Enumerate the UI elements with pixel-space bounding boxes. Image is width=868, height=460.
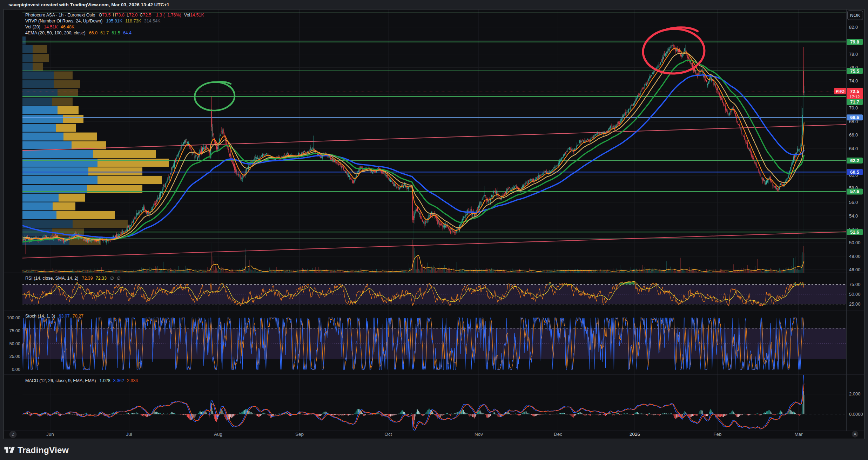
svg-text:50.00: 50.00	[849, 292, 861, 297]
svg-text:74.0: 74.0	[849, 78, 858, 84]
svg-text:51.6: 51.6	[850, 229, 859, 235]
svg-text:Z: Z	[12, 432, 14, 436]
svg-text:savepiginvest created with Tra: savepiginvest created with TradingView.c…	[8, 2, 169, 7]
svg-text:A: A	[854, 432, 856, 437]
svg-text:Vol (20)14.51K46.48K: Vol (20)14.51K46.48K	[25, 25, 75, 29]
svg-text:17:12: 17:12	[850, 95, 860, 99]
svg-text:Feb: Feb	[713, 432, 721, 437]
svg-text:Photocure ASA · 1h · Euronext: Photocure ASA · 1h · Euronext OsloO73.5H…	[25, 13, 204, 18]
svg-text:66.0: 66.0	[849, 132, 858, 138]
svg-text:78.0: 78.0	[849, 52, 858, 57]
svg-text:2.000: 2.000	[849, 391, 861, 396]
svg-text:75.00: 75.00	[9, 328, 20, 333]
svg-text:72.5: 72.5	[850, 89, 860, 94]
svg-text:Dec: Dec	[554, 432, 562, 437]
svg-text:Oct: Oct	[384, 432, 392, 437]
svg-text:NOK: NOK	[850, 13, 860, 18]
svg-text:60.5: 60.5	[850, 169, 859, 175]
svg-text:Mar: Mar	[794, 432, 803, 437]
svg-text:TradingView: TradingView	[18, 445, 69, 455]
svg-text:54.0: 54.0	[849, 213, 858, 219]
svg-text:79.8: 79.8	[850, 39, 859, 45]
svg-text:Nov: Nov	[475, 432, 483, 437]
svg-text:VRVP (Number Of Rows, 24, Up/D: VRVP (Number Of Rows, 24, Up/Down)195.81…	[25, 19, 161, 24]
svg-text:82.0: 82.0	[849, 25, 858, 30]
svg-text:62.2: 62.2	[850, 158, 859, 163]
svg-text:MACD (12, 26, close, 9, EMA, E: MACD (12, 26, close, 9, EMA, EMA)1.0283.…	[25, 378, 138, 383]
svg-text:Stoch (14, 1, 3)63.0770.27: Stoch (14, 1, 3)63.0770.27	[25, 314, 83, 319]
svg-text:71.7: 71.7	[850, 99, 859, 105]
svg-text:50.00: 50.00	[9, 341, 20, 346]
svg-text:57.6: 57.6	[850, 189, 859, 194]
svg-text:Aug: Aug	[214, 432, 222, 437]
svg-text:64.0: 64.0	[849, 146, 858, 151]
svg-text:2026: 2026	[630, 432, 640, 437]
svg-text:56.0: 56.0	[849, 200, 858, 205]
svg-text:Jun: Jun	[46, 432, 54, 437]
svg-text:0.00: 0.00	[12, 367, 20, 372]
svg-text:50.00: 50.00	[849, 240, 861, 245]
svg-text:0.0000: 0.0000	[849, 412, 863, 417]
svg-text:25.00: 25.00	[849, 301, 861, 307]
svg-text:48.00: 48.00	[849, 254, 861, 259]
svg-text:PHO: PHO	[836, 89, 845, 93]
svg-text:100.00: 100.00	[7, 315, 20, 320]
svg-text:4EMA (20, 50, 100, 200, close): 4EMA (20, 50, 100, 200, close)66.061.761…	[25, 31, 132, 35]
svg-text:75.00: 75.00	[849, 282, 861, 287]
svg-text:68.6: 68.6	[850, 115, 859, 120]
svg-text:Sep: Sep	[295, 432, 304, 437]
svg-text:75.5: 75.5	[850, 68, 859, 74]
svg-text:Jul: Jul	[126, 432, 132, 437]
svg-text:25.00: 25.00	[9, 354, 20, 359]
svg-text:46.00: 46.00	[849, 267, 861, 272]
svg-text:RSI (14, close, SMA, 14, 2)72.: RSI (14, close, SMA, 14, 2)72.3972.33∅∅	[25, 276, 121, 281]
svg-text:70.0: 70.0	[849, 105, 858, 111]
